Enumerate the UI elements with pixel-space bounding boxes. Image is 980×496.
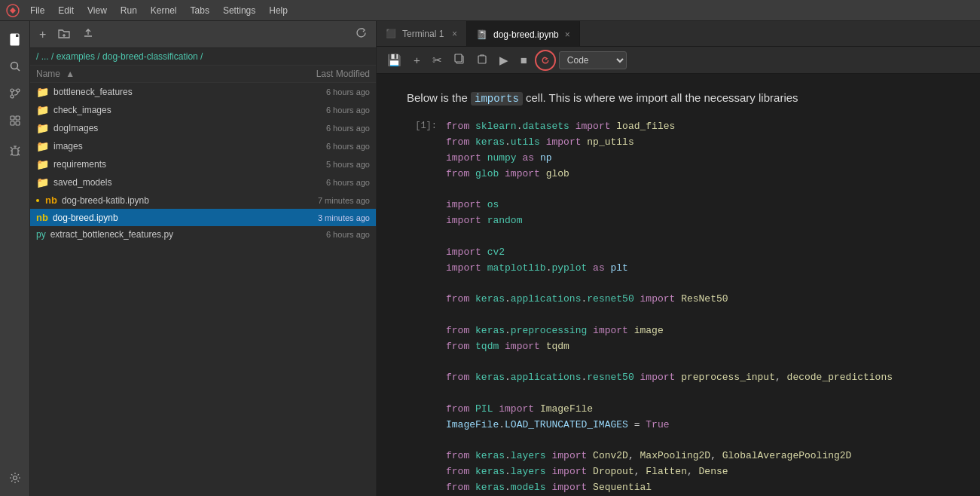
list-item[interactable]: nb dog-breed.ipynb 3 minutes ago: [30, 209, 376, 226]
upload-btn[interactable]: [79, 26, 97, 44]
col-name-header: Name ▲: [36, 69, 75, 79]
new-file-btn[interactable]: +: [36, 26, 49, 43]
code-line: from keras.applications.resnet50 import …: [446, 370, 950, 386]
code-line: import matplotlib.pyplot as plt: [446, 261, 950, 277]
tab-notebook[interactable]: 📓 dog-breed.ipynb ×: [467, 21, 580, 46]
refresh-btn[interactable]: [353, 26, 370, 43]
new-folder-btn[interactable]: [55, 26, 73, 44]
svg-line-5: [17, 69, 20, 72]
list-item[interactable]: py extract_bottleneck_features.py 6 hour…: [30, 226, 376, 243]
code-line: from glob import glob: [446, 167, 950, 182]
fb-toolbar: +: [30, 21, 376, 48]
sidebar-search-btn[interactable]: [3, 54, 27, 78]
svg-rect-13: [12, 148, 18, 155]
tab-bar: ⬛ Terminal 1 × 📓 dog-breed.ipynb ×: [377, 21, 980, 47]
col-modified-header: Last Modified: [316, 69, 370, 79]
svg-rect-12: [16, 121, 20, 125]
svg-rect-10: [16, 116, 20, 120]
list-item[interactable]: 📁dogImages 6 hours ago: [30, 119, 376, 137]
code-line: [446, 354, 950, 370]
icon-sidebar: [0, 21, 30, 496]
code-line: [446, 276, 950, 292]
svg-rect-18: [455, 54, 462, 62]
code-line: import os: [446, 197, 950, 213]
run-button[interactable]: ▶: [495, 51, 513, 69]
sidebar-git-btn[interactable]: [3, 81, 27, 106]
svg-point-14: [13, 476, 17, 480]
menu-edit[interactable]: Edit: [52, 4, 80, 17]
terminal-tab-close[interactable]: ×: [452, 29, 457, 39]
code-line: from PIL import ImageFile: [446, 402, 950, 418]
code-line: from keras.layers import Conv2D, MaxPool…: [446, 449, 950, 464]
code-line: from keras.models import Sequential: [446, 480, 950, 496]
menubar: File Edit View Run Kernel Tabs Settings …: [0, 0, 980, 21]
code-line: [446, 386, 950, 402]
cell-number: [1]:: [407, 119, 437, 496]
terminal-tab-icon: ⬛: [386, 29, 396, 38]
cell-type-select[interactable]: Code Markdown Raw: [559, 51, 627, 69]
cell-code-content[interactable]: from sklearn.datasets import load_files …: [446, 119, 950, 496]
code-line: import numpy as np: [446, 151, 950, 167]
list-item[interactable]: 📁check_images 6 hours ago: [30, 101, 376, 119]
menu-file[interactable]: File: [24, 4, 50, 17]
notebook-tab-icon: 📓: [476, 29, 487, 40]
file-browser: + / ... / examples / dog-breed-classific…: [30, 21, 377, 496]
svg-rect-11: [11, 121, 14, 125]
notebook-tab-close[interactable]: ×: [565, 29, 570, 40]
list-item[interactable]: nb dog-breed-katib.ipynb 7 minutes ago: [30, 191, 376, 209]
add-cell-button[interactable]: +: [409, 51, 425, 69]
menu-settings[interactable]: Settings: [217, 4, 261, 17]
copy-button[interactable]: [450, 51, 469, 69]
markdown-cell: Below is the imports cell. This is where…: [407, 89, 950, 107]
code-line: import cv2: [446, 245, 950, 261]
list-item[interactable]: 📁requirements 5 hours ago: [30, 155, 376, 173]
notebook-tab-label: dog-breed.ipynb: [493, 29, 559, 40]
code-line: [446, 182, 950, 198]
file-list-header: Name ▲ Last Modified: [30, 66, 376, 83]
menu-help[interactable]: Help: [263, 4, 294, 17]
notebook-panel: ⬛ Terminal 1 × 📓 dog-breed.ipynb × 💾 + ✂…: [377, 21, 980, 496]
svg-rect-9: [11, 116, 14, 120]
code-line: [446, 308, 950, 323]
file-list[interactable]: 📁bottleneck_features 6 hours ago 📁check_…: [30, 83, 376, 496]
menu-tabs[interactable]: Tabs: [185, 4, 215, 17]
code-line: from keras.layers import Dropout, Flatte…: [446, 464, 950, 480]
svg-point-7: [17, 89, 20, 92]
sidebar-extensions-btn[interactable]: [3, 109, 27, 133]
code-line: import random: [446, 213, 950, 229]
sidebar-settings-btn[interactable]: [3, 466, 27, 490]
menu-run[interactable]: Run: [114, 4, 143, 17]
svg-point-6: [11, 89, 14, 92]
svg-rect-19: [478, 56, 486, 63]
list-item[interactable]: 📁saved_models 6 hours ago: [30, 173, 376, 191]
tab-terminal[interactable]: ⬛ Terminal 1 ×: [377, 21, 467, 46]
svg-point-4: [11, 63, 17, 69]
app-logo: [6, 4, 20, 17]
list-item[interactable]: 📁images 6 hours ago: [30, 137, 376, 155]
restart-button[interactable]: [535, 50, 556, 71]
paste-button[interactable]: [472, 51, 492, 69]
save-button[interactable]: 💾: [383, 51, 406, 69]
menu-view[interactable]: View: [81, 4, 113, 17]
code-cell[interactable]: [1]: from sklearn.datasets import load_f…: [407, 119, 950, 496]
code-line: from keras.applications.resnet50 import …: [446, 292, 950, 308]
menu-kernel[interactable]: Kernel: [145, 4, 183, 17]
sidebar-files-btn[interactable]: [3, 27, 27, 51]
cut-button[interactable]: ✂: [428, 51, 447, 69]
terminal-tab-label: Terminal 1: [402, 29, 444, 39]
notebook-content[interactable]: Below is the imports cell. This is where…: [377, 74, 980, 496]
code-line: from sklearn.datasets import load_files: [446, 119, 950, 135]
nb-toolbar: 💾 + ✂ ▶ ■ Code Markdown Raw: [377, 47, 980, 74]
sidebar-debug-btn[interactable]: [3, 139, 27, 163]
code-line: [446, 433, 950, 449]
code-line: from keras.utils import np_utils: [446, 135, 950, 151]
list-item[interactable]: 📁bottleneck_features 6 hours ago: [30, 83, 376, 101]
code-line: [446, 229, 950, 245]
code-line: from tqdm import tqdm: [446, 339, 950, 355]
code-line: ImageFile.LOAD_TRUNCATED_IMAGES = True: [446, 418, 950, 433]
stop-button[interactable]: ■: [516, 51, 532, 69]
svg-point-8: [11, 95, 14, 98]
code-line: from keras.preprocessing import image: [446, 323, 950, 339]
breadcrumb: / ... / examples / dog-breed-classificat…: [30, 48, 376, 66]
